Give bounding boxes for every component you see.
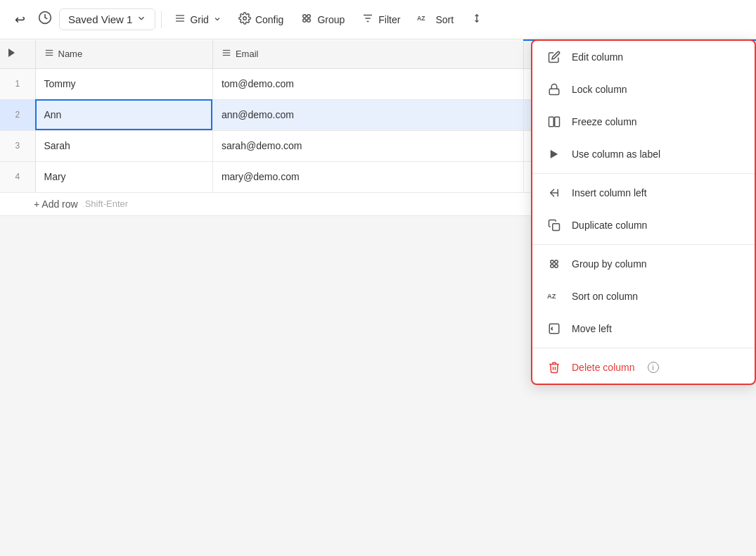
add-row-shortcut: Shift-Enter xyxy=(85,198,128,209)
cell-mary-name[interactable]: Mary xyxy=(35,161,212,192)
svg-rect-21 xyxy=(549,117,554,127)
config-icon xyxy=(238,12,251,27)
menu-item-sort-on[interactable]: AZ Sort on column xyxy=(532,280,755,312)
cell-sarah-name[interactable]: Sarah xyxy=(35,130,212,161)
svg-point-28 xyxy=(555,260,558,264)
svg-text:AZ: AZ xyxy=(547,293,556,300)
svg-rect-32 xyxy=(549,324,559,334)
cell-tommy-email[interactable]: tom@demo.com xyxy=(212,68,523,99)
group-icon xyxy=(300,12,313,27)
group-button[interactable]: Group xyxy=(293,8,352,31)
select-all-arrow xyxy=(8,49,15,57)
menu-divider-2 xyxy=(532,244,755,245)
column-header-name[interactable]: Name xyxy=(35,40,212,68)
saved-view-label: Saved View 1 xyxy=(68,13,132,25)
grid-container: Name Email xyxy=(0,39,756,556)
move-left-icon xyxy=(546,321,562,336)
cell-ann-email[interactable]: ann@demo.com xyxy=(212,99,523,130)
edit-column-label: Edit column xyxy=(572,51,623,63)
svg-point-4 xyxy=(243,17,247,20)
dropdown-icon xyxy=(136,13,146,25)
insert-left-label: Insert column left xyxy=(572,187,647,198)
duplicate-label: Duplicate column xyxy=(572,220,647,231)
config-button[interactable]: Config xyxy=(231,8,290,31)
filter-icon xyxy=(361,12,374,27)
grid-lines-icon xyxy=(174,13,186,26)
saved-view-button[interactable]: Saved View 1 xyxy=(59,8,155,30)
toolbar-divider-1 xyxy=(161,11,162,28)
context-menu: Edit column Lock column Freeze column xyxy=(531,39,756,385)
use-as-label-label: Use column as label xyxy=(572,149,660,160)
adjust-button[interactable] xyxy=(463,8,490,31)
svg-point-5 xyxy=(303,15,307,18)
grid-dropdown-icon xyxy=(213,14,222,25)
row-num-2: 2 xyxy=(0,99,35,130)
undo-icon: ↩ xyxy=(15,12,25,27)
sort-button[interactable]: AZ Sort xyxy=(410,8,461,30)
svg-point-6 xyxy=(307,15,311,18)
email-col-icon xyxy=(222,48,231,60)
menu-divider-3 xyxy=(532,348,755,348)
column-header-email[interactable]: Email xyxy=(212,40,523,68)
info-icon: i xyxy=(648,362,659,373)
svg-marker-23 xyxy=(551,150,558,158)
cell-sarah-email[interactable]: sarah@demo.com xyxy=(212,130,523,161)
grid-button[interactable]: Grid xyxy=(167,8,228,30)
row-num-header xyxy=(0,40,35,68)
add-row-label: + Add row xyxy=(34,198,78,210)
group-by-label: Group by column xyxy=(572,258,647,270)
svg-rect-26 xyxy=(553,224,560,231)
row-num-1: 1 xyxy=(0,68,35,99)
menu-item-group-by[interactable]: Group by column xyxy=(532,248,755,280)
freeze-icon xyxy=(546,114,562,129)
toolbar: ↩ Saved View 1 Grid xyxy=(0,0,756,39)
cell-ann-name[interactable]: Ann xyxy=(35,99,212,130)
filter-label: Filter xyxy=(378,14,400,25)
svg-point-27 xyxy=(551,260,554,264)
menu-divider-1 xyxy=(532,173,755,174)
freeze-column-label: Freeze column xyxy=(572,116,637,127)
menu-item-move-left[interactable]: Move left xyxy=(532,312,755,345)
undo-button[interactable]: ↩ xyxy=(8,8,31,31)
sort-on-label: Sort on column xyxy=(572,291,638,302)
lock-column-label: Lock column xyxy=(572,84,627,95)
cell-mary-email[interactable]: mary@demo.com xyxy=(212,161,523,192)
svg-point-30 xyxy=(555,265,558,268)
history-icon xyxy=(38,11,52,28)
pencil-icon xyxy=(546,49,562,65)
config-label: Config xyxy=(255,14,283,25)
history-button[interactable] xyxy=(34,8,56,31)
group-label: Group xyxy=(317,14,345,25)
menu-item-freeze-column[interactable]: Freeze column xyxy=(532,106,755,138)
move-left-label: Move left xyxy=(572,323,612,334)
group-by-icon xyxy=(546,256,562,272)
filter-button[interactable]: Filter xyxy=(354,8,407,31)
menu-item-lock-column[interactable]: Lock column xyxy=(532,73,755,106)
sort-az-menu-icon: AZ xyxy=(546,289,562,304)
menu-item-insert-left[interactable]: Insert column left xyxy=(532,177,755,209)
email-col-label: Email xyxy=(236,49,259,59)
svg-point-8 xyxy=(307,19,311,23)
lock-icon xyxy=(546,82,562,97)
cell-tommy-name[interactable]: Tommy xyxy=(35,68,212,99)
svg-rect-20 xyxy=(549,89,559,94)
svg-rect-22 xyxy=(555,117,560,127)
svg-text:AZ: AZ xyxy=(417,15,425,22)
svg-point-7 xyxy=(303,19,307,23)
name-col-icon xyxy=(44,48,54,60)
sort-label: Sort xyxy=(435,14,454,25)
menu-item-use-as-label[interactable]: Use column as label xyxy=(532,138,755,170)
sort-az-icon: AZ xyxy=(417,13,431,26)
menu-item-delete-column[interactable]: Delete column i xyxy=(532,351,755,384)
delete-column-label: Delete column xyxy=(572,362,635,373)
row-num-4: 4 xyxy=(0,161,35,192)
adjust-icon xyxy=(470,12,483,27)
duplicate-icon xyxy=(546,217,562,233)
menu-item-duplicate[interactable]: Duplicate column xyxy=(532,209,755,241)
arrow-right-bold-icon xyxy=(546,146,562,162)
svg-point-29 xyxy=(551,265,554,268)
trash-icon xyxy=(546,360,562,375)
grid-label: Grid xyxy=(190,14,208,25)
insert-left-icon xyxy=(546,185,562,201)
menu-item-edit-column[interactable]: Edit column xyxy=(532,41,755,73)
